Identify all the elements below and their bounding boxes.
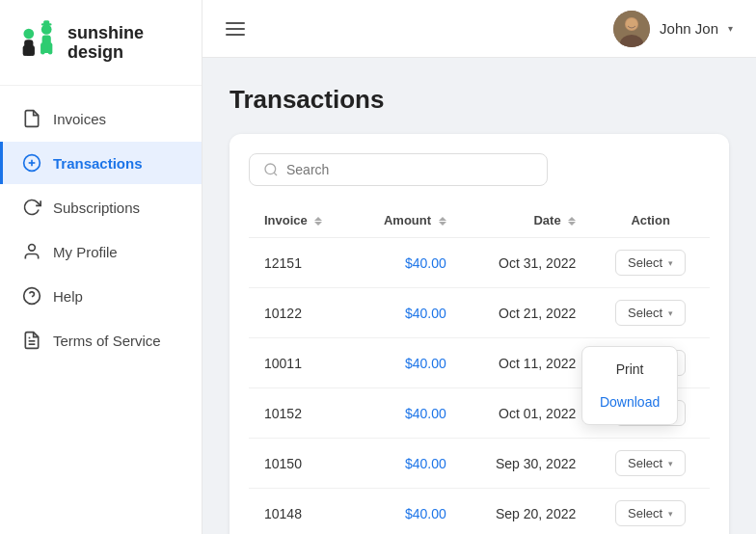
cell-invoice: 10122 (249, 288, 353, 338)
cell-action: Select▾PrintDownload (591, 288, 710, 338)
action-dropdown-wrap: Select▾ (615, 500, 686, 526)
svg-line-23 (274, 173, 277, 175)
cell-amount: $40.00 (353, 338, 462, 388)
action-dropdown-wrap: Select▾PrintDownload (615, 300, 686, 326)
refresh-icon (22, 198, 41, 217)
svg-point-0 (23, 29, 34, 40)
avatar (613, 11, 650, 47)
col-invoice: Invoice (249, 203, 353, 238)
svg-rect-2 (23, 45, 28, 56)
cell-date: Oct 11, 2022 (462, 338, 592, 388)
chevron-down-icon: ▾ (668, 308, 673, 318)
dropdown-menu: PrintDownload (581, 346, 678, 425)
cell-invoice: 10148 (249, 489, 353, 535)
dollar-icon (22, 153, 41, 173)
search-wrap (249, 153, 710, 186)
col-date: Date (462, 203, 592, 238)
sidebar-item-my-profile[interactable]: My Profile (0, 230, 202, 273)
sidebar-item-label: My Profile (53, 244, 118, 260)
chevron-down-icon: ▾ (728, 23, 733, 34)
sidebar-item-label: Invoices (53, 111, 106, 127)
cell-amount: $40.00 (353, 388, 462, 439)
select-button[interactable]: Select▾ (615, 500, 686, 526)
content-area: Transactions Invoice (202, 58, 756, 534)
cell-date: Oct 01, 2022 (462, 388, 592, 439)
table-body: 12151$40.00Oct 31, 2022Select▾10122$40.0… (249, 238, 710, 535)
select-button[interactable]: Select▾ (615, 450, 686, 476)
table-head: Invoice Amount (249, 203, 710, 238)
file-icon (22, 109, 41, 128)
user-icon (22, 242, 41, 261)
svg-rect-6 (43, 20, 49, 25)
svg-rect-3 (30, 45, 35, 56)
table-row: 10150$40.00Sep 30, 2022Select▾ (249, 439, 710, 489)
table-row: 10148$40.00Sep 20, 2022Select▾ (249, 489, 710, 535)
svg-point-4 (41, 24, 52, 35)
cell-date: Oct 31, 2022 (462, 238, 592, 288)
hamburger-button[interactable] (226, 22, 245, 36)
sidebar-item-terms[interactable]: Terms of Service (0, 319, 202, 361)
select-label: Select (628, 506, 662, 521)
action-dropdown-wrap: Select▾ (615, 450, 686, 476)
cell-invoice: 10011 (249, 338, 353, 388)
cell-date: Sep 30, 2022 (462, 439, 592, 489)
select-button[interactable]: Select▾ (615, 250, 686, 276)
sort-invoice-icon[interactable] (314, 217, 322, 226)
cell-amount: $40.00 (353, 489, 462, 535)
dropdown-item-print[interactable]: Print (582, 353, 677, 386)
sort-amount-icon[interactable] (439, 217, 446, 226)
cell-invoice: 12151 (249, 238, 353, 288)
logo-sunshine: sunshine (68, 24, 144, 43)
action-dropdown-wrap: Select▾ (615, 250, 686, 276)
sidebar-item-help[interactable]: Help (0, 275, 202, 317)
search-input[interactable] (286, 162, 533, 177)
cell-invoice: 10152 (249, 388, 353, 439)
col-action: Action (591, 203, 710, 238)
sidebar-item-label: Help (53, 288, 83, 305)
transactions-table: Invoice Amount (249, 203, 710, 534)
help-icon (22, 286, 41, 306)
chevron-down-icon: ▾ (668, 258, 673, 268)
logo-illustration (15, 17, 60, 69)
user-name: John Jon (660, 20, 718, 37)
logo-text: sunshine design (68, 24, 144, 63)
sidebar-item-label: Terms of Service (53, 333, 161, 349)
sidebar-item-subscriptions[interactable]: Subscriptions (0, 186, 202, 228)
sidebar-item-invoices[interactable]: Invoices (0, 97, 202, 140)
search-icon (263, 162, 279, 177)
logo-area: sunshine design (0, 0, 202, 86)
transactions-card: Invoice Amount (230, 134, 729, 534)
avatar-image (613, 11, 650, 47)
sidebar-item-transactions[interactable]: Transactions (0, 142, 202, 184)
cell-action: Select▾ (591, 238, 710, 288)
table-row: 12151$40.00Oct 31, 2022Select▾ (249, 238, 710, 288)
chevron-down-icon: ▾ (668, 459, 673, 468)
select-button[interactable]: Select▾ (615, 300, 686, 326)
select-label: Select (628, 456, 662, 470)
search-input-wrap[interactable] (249, 153, 548, 186)
file-text-icon (22, 331, 41, 350)
main-area: John Jon ▾ Transactions (202, 0, 756, 534)
cell-action: Select▾ (591, 439, 710, 489)
chevron-down-icon: ▾ (668, 509, 673, 519)
page-title: Transactions (230, 85, 729, 115)
cell-date: Oct 21, 2022 (462, 288, 592, 338)
select-label: Select (628, 255, 662, 270)
dropdown-item-download[interactable]: Download (582, 386, 677, 418)
user-menu[interactable]: John Jon ▾ (613, 11, 733, 47)
cell-amount: $40.00 (353, 238, 462, 288)
cell-invoice: 10150 (249, 439, 353, 489)
sort-date-icon[interactable] (568, 217, 576, 226)
cell-date: Sep 20, 2022 (462, 489, 592, 535)
svg-point-22 (265, 164, 276, 174)
svg-point-13 (29, 245, 36, 252)
select-label: Select (628, 306, 662, 320)
sidebar: sunshine design Invoices Transactions (0, 0, 202, 534)
table-row: 10122$40.00Oct 21, 2022Select▾PrintDownl… (249, 288, 710, 338)
svg-rect-9 (48, 42, 53, 54)
header: John Jon ▾ (202, 0, 756, 58)
logo-design: design (68, 43, 144, 63)
cell-amount: $40.00 (353, 439, 462, 489)
svg-rect-8 (40, 42, 45, 54)
sidebar-item-label: Transactions (53, 155, 143, 172)
